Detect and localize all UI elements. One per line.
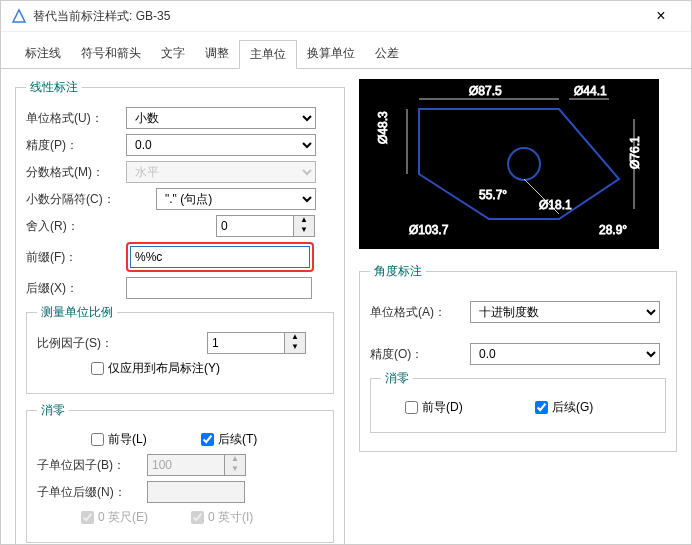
round-label: 舍入(R)：: [26, 218, 126, 235]
tab-symbols[interactable]: 符号和箭头: [71, 40, 151, 68]
round-down-icon[interactable]: ▼: [294, 226, 314, 236]
precision-label: 精度(P)：: [26, 137, 126, 154]
preview-pane: Ø87.5 Ø44.1 Ø48.3 Ø76.1 Ø103.7 Ø18.1 55.…: [359, 79, 659, 249]
angle-format-label: 单位格式(A)：: [370, 304, 470, 321]
tab-alt-units[interactable]: 换算单位: [297, 40, 365, 68]
scale-factor-label: 比例因子(S)：: [37, 335, 137, 352]
subunit-suffix-label: 子单位后缀(N)：: [37, 484, 147, 501]
angle-group: 角度标注 单位格式(A)： 十进制度数 精度(O)： 0.0 消零 前导(D) …: [359, 263, 677, 452]
svg-text:Ø18.1: Ø18.1: [539, 198, 572, 212]
prefix-label: 前缀(F)：: [26, 249, 126, 266]
decimal-sep-select[interactable]: "." (句点): [156, 188, 316, 210]
zero-legend: 消零: [37, 402, 69, 419]
svg-text:55.7°: 55.7°: [479, 188, 507, 202]
tab-bar: 标注线 符号和箭头 文字 调整 主单位 换算单位 公差: [1, 32, 691, 69]
layout-only-checkbox[interactable]: 仅应用到布局标注(Y): [87, 359, 220, 378]
angle-precision-select[interactable]: 0.0: [470, 343, 660, 365]
tab-primary-units[interactable]: 主单位: [239, 40, 297, 69]
scale-group: 测量单位比例 比例因子(S)： ▲▼ 仅应用到布局标注(Y): [26, 304, 334, 394]
svg-text:28.9°: 28.9°: [599, 223, 627, 237]
app-icon: [11, 8, 27, 24]
suffix-input[interactable]: [126, 277, 312, 299]
fraction-label: 分数格式(M)：: [26, 164, 126, 181]
suffix-label: 后缀(X)：: [26, 280, 126, 297]
linear-legend: 线性标注: [26, 79, 82, 96]
tab-tolerance[interactable]: 公差: [365, 40, 409, 68]
svg-text:Ø48.3: Ø48.3: [376, 111, 390, 144]
fraction-select: 水平: [126, 161, 316, 183]
leading-checkbox[interactable]: 前导(L): [87, 430, 197, 449]
window-title: 替代当前标注样式: GB-35: [33, 8, 641, 25]
subunit-factor-input: [147, 454, 225, 476]
tab-fit[interactable]: 调整: [195, 40, 239, 68]
decimal-sep-label: 小数分隔符(C)：: [26, 191, 126, 208]
unit-format-label: 单位格式(U)：: [26, 110, 126, 127]
trailing-checkbox[interactable]: 后续(T): [197, 430, 257, 449]
tab-lines[interactable]: 标注线: [15, 40, 71, 68]
precision-select[interactable]: 0.0: [126, 134, 316, 156]
svg-text:Ø44.1: Ø44.1: [574, 84, 607, 98]
subfactor-down-icon: ▼: [225, 465, 245, 475]
angle-trailing-checkbox[interactable]: 后续(G): [531, 398, 593, 417]
scale-factor-input[interactable]: [207, 332, 285, 354]
svg-point-0: [508, 148, 540, 180]
scale-down-icon[interactable]: ▼: [285, 343, 305, 353]
round-input[interactable]: [216, 215, 294, 237]
unit-format-select[interactable]: 小数: [126, 107, 316, 129]
close-icon[interactable]: ×: [641, 7, 681, 25]
angle-format-select[interactable]: 十进制度数: [470, 301, 660, 323]
scale-legend: 测量单位比例: [37, 304, 117, 321]
angle-zero-legend: 消零: [381, 370, 413, 387]
linear-group: 线性标注 单位格式(U)： 小数 精度(P)： 0.0 分数格式(M)： 水平 …: [15, 79, 345, 545]
angle-leading-checkbox[interactable]: 前导(D): [401, 398, 531, 417]
subunit-factor-label: 子单位因子(B)：: [37, 457, 147, 474]
feet-checkbox: 0 英尺(E): [77, 508, 187, 527]
subunit-suffix-input: [147, 481, 245, 503]
inches-checkbox: 0 英寸(I): [187, 508, 253, 527]
svg-text:Ø87.5: Ø87.5: [469, 84, 502, 98]
svg-text:Ø103.7: Ø103.7: [409, 223, 449, 237]
tab-text[interactable]: 文字: [151, 40, 195, 68]
angle-legend: 角度标注: [370, 263, 426, 280]
angle-precision-label: 精度(O)：: [370, 346, 470, 363]
prefix-highlight: [126, 242, 314, 272]
angle-zero-group: 消零 前导(D) 后续(G): [370, 370, 666, 433]
zero-group: 消零 前导(L) 后续(T) 子单位因子(B)： ▲▼ 子单位后缀(N)：: [26, 402, 334, 543]
svg-text:Ø76.1: Ø76.1: [628, 136, 642, 169]
prefix-input[interactable]: [130, 246, 310, 268]
